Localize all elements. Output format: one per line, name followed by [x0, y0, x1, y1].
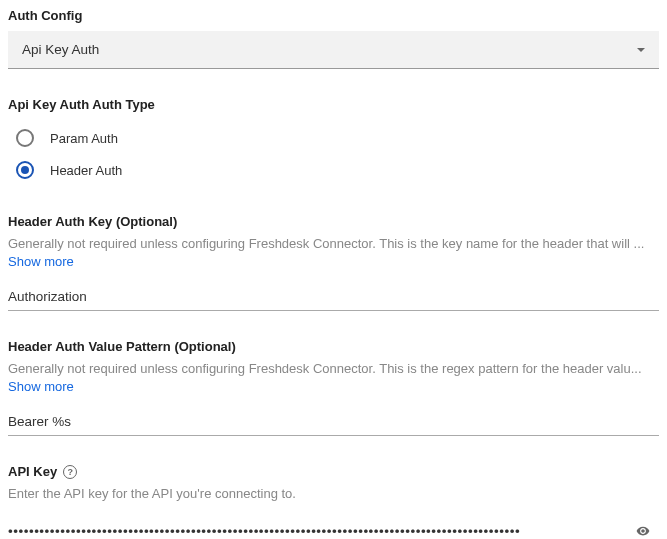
auth-type-label: Api Key Auth Auth Type: [8, 97, 659, 112]
header-auth-key-show-more[interactable]: Show more: [8, 254, 659, 269]
help-icon[interactable]: ?: [63, 465, 77, 479]
header-auth-value-input[interactable]: [8, 408, 659, 436]
api-key-description: Enter the API key for the API you're con…: [8, 485, 659, 503]
radio-selected-icon: [16, 161, 34, 179]
chevron-down-icon: [637, 48, 645, 52]
eye-icon[interactable]: [633, 524, 653, 538]
header-auth-value-section: Header Auth Value Pattern (Optional) Gen…: [8, 339, 659, 436]
header-auth-key-section: Header Auth Key (Optional) Generally not…: [8, 214, 659, 311]
radio-param-auth[interactable]: Param Auth: [8, 122, 659, 154]
radio-header-auth[interactable]: Header Auth: [8, 154, 659, 186]
header-auth-key-label: Header Auth Key (Optional): [8, 214, 659, 229]
api-key-label: API Key ?: [8, 464, 659, 479]
header-auth-value-description: Generally not required unless configurin…: [8, 360, 659, 378]
api-key-label-text: API Key: [8, 464, 57, 479]
header-auth-key-description: Generally not required unless configurin…: [8, 235, 659, 253]
radio-unselected-icon: [16, 129, 34, 147]
api-key-section: API Key ? Enter the API key for the API …: [8, 464, 659, 539]
auth-config-label: Auth Config: [8, 8, 659, 23]
header-auth-key-input[interactable]: [8, 283, 659, 311]
radio-label-header-auth: Header Auth: [50, 163, 122, 178]
api-key-input[interactable]: [8, 518, 633, 539]
auth-config-select[interactable]: Api Key Auth: [8, 31, 659, 69]
radio-label-param-auth: Param Auth: [50, 131, 118, 146]
header-auth-value-show-more[interactable]: Show more: [8, 379, 659, 394]
header-auth-value-label: Header Auth Value Pattern (Optional): [8, 339, 659, 354]
auth-type-section: Api Key Auth Auth Type Param Auth Header…: [8, 97, 659, 186]
auth-config-value: Api Key Auth: [22, 42, 99, 57]
auth-config-section: Auth Config Api Key Auth: [8, 8, 659, 69]
